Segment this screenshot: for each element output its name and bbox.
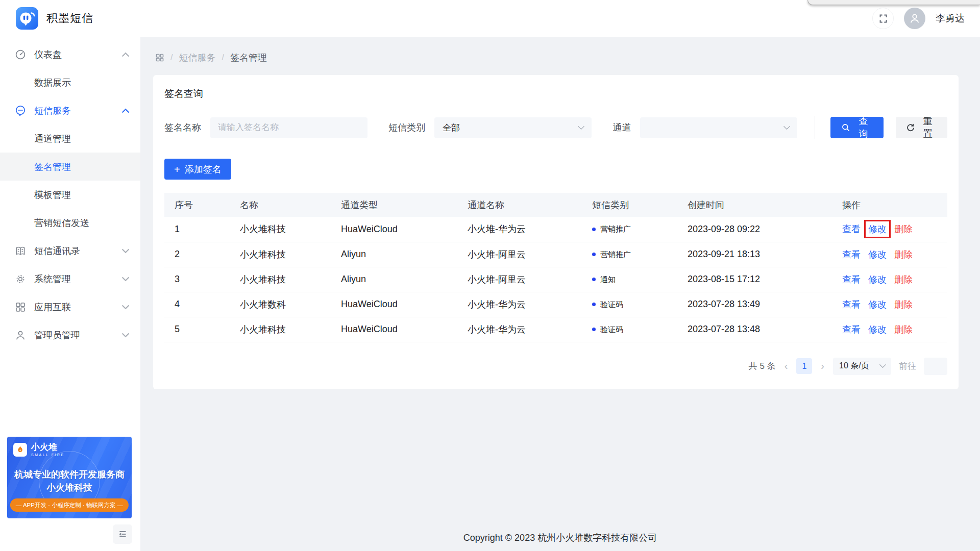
action-view-link[interactable]: 查看 (842, 324, 861, 335)
cell-created: 2023-09-21 18:13 (688, 242, 842, 267)
cell-created: 2023-07-28 13:48 (688, 317, 842, 342)
fullscreen-button[interactable] (872, 8, 894, 29)
chevron-down-icon (122, 274, 129, 281)
app-brand: 积墨短信 (15, 7, 93, 30)
signature-table: 序号 名称 通道类型 通道名称 短信类别 创建时间 操作 1小火堆科技HuaWe… (164, 193, 947, 342)
ad-headline: 杭城专业的软件开发服务商 (7, 468, 132, 481)
gear-icon (14, 273, 27, 285)
breadcrumb-signature-mgmt: 签名管理 (230, 52, 267, 64)
sidebar-item-app-connect[interactable]: 应用互联 (0, 293, 140, 321)
sidebar-menu: 仪表盘 数据展示 短信服务 通道管理 签名管理 模板管理 (0, 37, 140, 349)
top-header: 积墨短信 李勇达 (0, 0, 980, 37)
chevron-up-icon (122, 52, 129, 59)
col-header-serial: 序号 (164, 193, 240, 217)
cell-created: 2023-07-28 13:49 (688, 292, 842, 317)
signature-name-input[interactable] (210, 117, 368, 138)
goto-page-input[interactable] (924, 358, 947, 375)
breadcrumb-sms-service[interactable]: 短信服务 (179, 52, 215, 64)
action-edit-link[interactable]: 修改 (868, 299, 887, 310)
message-icon (14, 105, 27, 116)
sidebar-item-admin-mgmt[interactable]: 管理员管理 (0, 321, 140, 349)
channel-select[interactable] (640, 117, 797, 138)
sms-type-label: 短信类别 (388, 121, 425, 134)
sms-type-dot (592, 278, 596, 281)
page-size-select[interactable]: 10 条/页 (833, 358, 891, 375)
ad-brand: 小火堆 (31, 443, 65, 452)
cell-created: 2023-08-15 17:12 (688, 267, 842, 292)
action-delete-link[interactable]: 删除 (894, 299, 913, 310)
home-grid-icon[interactable] (155, 53, 164, 62)
action-edit-link-highlighted[interactable]: 修改 (868, 224, 887, 234)
chevron-down-icon (122, 246, 129, 253)
sidebar-item-label: 短信服务 (34, 105, 71, 117)
panel-title: 签名查询 (164, 87, 947, 101)
cell-channel-type: HuaWeiCloud (341, 292, 468, 317)
sidebar-item-signature-mgmt[interactable]: 签名管理 (0, 153, 140, 181)
table-row: 5小火堆科技HuaWeiCloud小火堆-华为云验证码2023-07-28 13… (164, 317, 947, 342)
refresh-icon (906, 123, 915, 132)
action-delete-link[interactable]: 删除 (894, 324, 913, 335)
sidebar-item-marketing-sms[interactable]: 营销短信发送 (0, 209, 140, 237)
action-delete-link[interactable]: 删除 (894, 249, 913, 260)
app-logo-icon (15, 7, 39, 30)
action-edit-link[interactable]: 修改 (868, 274, 887, 285)
admin-icon (14, 330, 27, 341)
sidebar-item-label: 应用互联 (34, 301, 71, 313)
chevron-down-icon (784, 123, 791, 130)
sidebar-item-channel-mgmt[interactable]: 通道管理 (0, 124, 140, 153)
action-view-link[interactable]: 查看 (842, 274, 861, 285)
cell-name: 小火堆数科 (240, 292, 341, 317)
add-signature-button[interactable]: + 添加签名 (164, 159, 231, 180)
sidebar-item-system-mgmt[interactable]: 系统管理 (0, 265, 140, 293)
sidebar-collapse-button[interactable] (113, 524, 132, 544)
cell-channel-name: 小火堆-华为云 (468, 217, 592, 242)
cell-actions: 查看修改删除 (842, 317, 947, 342)
sidebar-item-label: 系统管理 (34, 273, 71, 285)
sms-type-dot (592, 228, 596, 231)
cell-serial: 1 (164, 217, 240, 242)
action-delete-link[interactable]: 删除 (894, 274, 913, 285)
sidebar-item-label: 短信通讯录 (34, 245, 80, 257)
user-avatar[interactable] (904, 8, 925, 29)
table-row: 4小火堆数科HuaWeiCloud小火堆-华为云验证码2023-07-28 13… (164, 292, 947, 317)
footer-copyright: Copyright © 2023 杭州小火堆数字科技有限公司 (140, 532, 980, 544)
action-edit-link[interactable]: 修改 (868, 324, 887, 335)
table-row: 2小火堆科技Aliyun小火堆-阿里云营销推广2023-09-21 18:13查… (164, 242, 947, 267)
page-number-button[interactable]: 1 (796, 358, 812, 374)
sidebar-item-template-mgmt[interactable]: 模板管理 (0, 181, 140, 209)
action-view-link[interactable]: 查看 (842, 249, 861, 260)
ad-subheadline: 小火堆科技 (7, 482, 132, 494)
channel-label: 通道 (612, 121, 631, 134)
reset-button[interactable]: 重置 (896, 117, 947, 138)
sidebar-item-data-display[interactable]: 数据展示 (0, 68, 140, 96)
cell-channel-name: 小火堆-华为云 (468, 292, 592, 317)
sidebar-item-sms-service[interactable]: 短信服务 (0, 96, 140, 124)
cell-name: 小火堆科技 (240, 267, 341, 292)
signature-query-panel: 签名查询 签名名称 短信类别 全部 通道 (153, 75, 959, 389)
action-edit-link[interactable]: 修改 (868, 249, 887, 260)
cell-channel-type: Aliyun (341, 267, 468, 292)
table-body: 1小火堆科技HuaWeiCloud小火堆-华为云营销推广2023-09-28 0… (164, 217, 947, 342)
chevron-down-icon (122, 330, 129, 337)
plus-icon: + (174, 164, 180, 174)
search-button[interactable]: 查询 (830, 117, 883, 138)
action-view-link[interactable]: 查看 (842, 224, 861, 234)
cell-sms-type: 验证码 (592, 317, 688, 342)
flame-icon (13, 443, 27, 457)
sidebar-ad-banner[interactable]: 小火堆 SMALL FIRE 杭城专业的软件开发服务商 小火堆科技 — APP开… (7, 437, 132, 518)
action-delete-link[interactable]: 删除 (894, 224, 913, 234)
chevron-down-icon (122, 302, 129, 309)
sidebar-item-sms-contacts[interactable]: 短信通讯录 (0, 237, 140, 265)
sidebar-item-dashboard[interactable]: 仪表盘 (0, 40, 140, 68)
form-divider (815, 116, 815, 139)
username-label[interactable]: 李勇达 (936, 12, 965, 25)
cell-serial: 3 (164, 267, 240, 292)
cell-channel-type: HuaWeiCloud (341, 217, 468, 242)
sms-type-dot (592, 253, 596, 256)
cell-channel-name: 小火堆-阿里云 (468, 267, 592, 292)
prev-page-button[interactable]: ‹ (783, 360, 789, 372)
sms-type-select[interactable]: 全部 (434, 117, 592, 138)
action-view-link[interactable]: 查看 (842, 299, 861, 310)
next-page-button[interactable]: › (820, 360, 825, 372)
cell-name: 小火堆科技 (240, 217, 341, 242)
